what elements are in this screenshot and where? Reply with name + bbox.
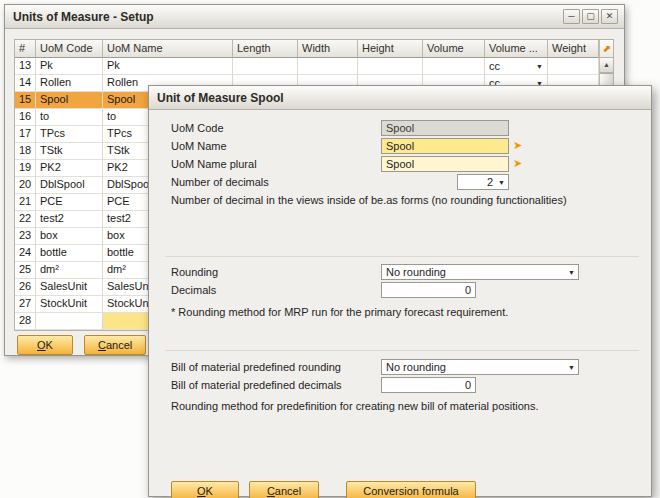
cell-name[interactable]: Pk (103, 58, 233, 75)
maximize-grid-icon[interactable]: ⬈ (600, 40, 613, 58)
window-title: Units of Measure - Setup (13, 10, 563, 24)
bom-decimals-field[interactable]: 0 (381, 377, 476, 393)
dialog-ok-button[interactable]: OK (171, 481, 239, 498)
rounding-decimals-label: Decimals (171, 284, 381, 296)
uom-name-plural-field[interactable]: Spool (381, 156, 509, 172)
conversion-formula-button[interactable]: Conversion formula (346, 481, 476, 498)
cell-num[interactable]: 16 (15, 109, 36, 126)
group-separator (165, 256, 639, 257)
cell-code[interactable]: box (36, 228, 103, 245)
column-header-name[interactable]: UoM Name (103, 40, 233, 58)
decimals-note: Number of decimal in the views inside of… (171, 194, 637, 206)
uom-code-field: Spool (381, 120, 509, 136)
cell-code[interactable]: SalesUnit (36, 279, 103, 296)
cell-code[interactable]: StockUnit (36, 296, 103, 313)
cell-code[interactable]: PK2 (36, 160, 103, 177)
link-arrow-icon[interactable]: ➤ (513, 158, 522, 169)
column-header-num[interactable]: # (15, 40, 36, 58)
scroll-up-icon[interactable]: ▲ (600, 58, 613, 73)
column-header-vunit[interactable]: Volume ... (485, 40, 548, 58)
number-of-decimals-label: Number of decimals (171, 176, 381, 188)
dialog-title: Unit of Measure Spool (157, 91, 645, 105)
bom-note: Rounding method for predefinition for cr… (171, 400, 637, 412)
cell-num[interactable]: 23 (15, 228, 36, 245)
cell-num[interactable]: 21 (15, 194, 36, 211)
cancel-button[interactable]: Cancel (84, 335, 146, 355)
window-titlebar[interactable]: Units of Measure - Setup ─ ▢ ✕ (5, 5, 624, 29)
cell-code[interactable]: Spool (36, 92, 103, 109)
column-header-volume[interactable]: Volume (423, 40, 485, 58)
cell-code[interactable]: PCE (36, 194, 103, 211)
cell-num[interactable]: 27 (15, 296, 36, 313)
chevron-down-icon: ▼ (568, 269, 575, 276)
cell-code[interactable]: DblSpool (36, 177, 103, 194)
chevron-down-icon: ▼ (568, 364, 575, 371)
cell-num[interactable]: 24 (15, 245, 36, 262)
bom-rounding-label: Bill of material predefined rounding (171, 361, 381, 373)
cell-num[interactable]: 25 (15, 262, 36, 279)
ok-button[interactable]: OK (17, 335, 73, 355)
table-row[interactable]: 13PkPkcc▼ (15, 58, 599, 75)
link-arrow-icon[interactable]: ➤ (513, 140, 522, 151)
table-header-row: #UoM CodeUoM NameLengthWidthHeightVolume… (15, 40, 599, 58)
uom-code-label: UoM Code (171, 122, 381, 134)
uom-name-field[interactable]: Spool (381, 138, 509, 154)
cell-num[interactable]: 22 (15, 211, 36, 228)
cell-num[interactable]: 26 (15, 279, 36, 296)
cell-code[interactable]: bottle (36, 245, 103, 262)
bom-decimals-label: Bill of material predefined decimals (171, 379, 381, 391)
restore-icon[interactable]: ▢ (582, 9, 599, 24)
column-header-width[interactable]: Width (298, 40, 358, 58)
close-icon[interactable]: ✕ (601, 9, 618, 24)
cell-code[interactable] (36, 313, 103, 330)
cell-height[interactable] (358, 58, 423, 75)
rounding-label: Rounding (171, 266, 381, 278)
cell-code[interactable]: dm² (36, 262, 103, 279)
bom-rounding-dropdown[interactable]: No rounding ▼ (381, 359, 579, 375)
dialog-cancel-button[interactable]: Cancel (249, 481, 319, 498)
group-separator (165, 350, 639, 351)
cell-width[interactable] (298, 58, 358, 75)
column-header-weight[interactable]: Weight (548, 40, 599, 58)
number-of-decimals-dropdown[interactable]: 2 ▼ (457, 174, 509, 190)
cell-num[interactable]: 20 (15, 177, 36, 194)
cell-num[interactable]: 18 (15, 143, 36, 160)
dialog-titlebar[interactable]: Unit of Measure Spool (149, 86, 651, 110)
volume-unit-value: cc (489, 60, 500, 73)
uom-name-plural-label: UoM Name plural (171, 158, 381, 170)
uom-name-label: UoM Name (171, 140, 381, 152)
cell-code[interactable]: TStk (36, 143, 103, 160)
chevron-down-icon: ▼ (536, 63, 543, 70)
cell-num[interactable]: 17 (15, 126, 36, 143)
cell-code[interactable]: TPcs (36, 126, 103, 143)
cell-num[interactable]: 15 (15, 92, 36, 109)
cell-weight[interactable] (548, 58, 599, 75)
cell-num[interactable]: 13 (15, 58, 36, 75)
cell-code[interactable]: to (36, 109, 103, 126)
rounding-note: * Rounding method for MRP run for the pr… (171, 306, 637, 318)
cell-code[interactable]: Rollen (36, 75, 103, 92)
chevron-down-icon: ▼ (498, 179, 505, 186)
cell-num[interactable]: 19 (15, 160, 36, 177)
cell-num[interactable]: 14 (15, 75, 36, 92)
cell-code[interactable]: test2 (36, 211, 103, 228)
rounding-dropdown[interactable]: No rounding ▼ (381, 264, 579, 280)
unit-of-measure-dialog: Unit of Measure Spool UoM Code Spool UoM… (148, 85, 652, 497)
cell-code[interactable]: Pk (36, 58, 103, 75)
cell-vunit[interactable]: cc▼ (485, 58, 548, 75)
cell-volume[interactable] (423, 58, 485, 75)
cell-length[interactable] (233, 58, 298, 75)
minimize-icon[interactable]: ─ (563, 9, 580, 24)
cell-num[interactable]: 28 (15, 313, 36, 330)
column-header-height[interactable]: Height (358, 40, 423, 58)
rounding-decimals-field[interactable]: 0 (381, 282, 476, 298)
column-header-length[interactable]: Length (233, 40, 298, 58)
column-header-code[interactable]: UoM Code (36, 40, 103, 58)
